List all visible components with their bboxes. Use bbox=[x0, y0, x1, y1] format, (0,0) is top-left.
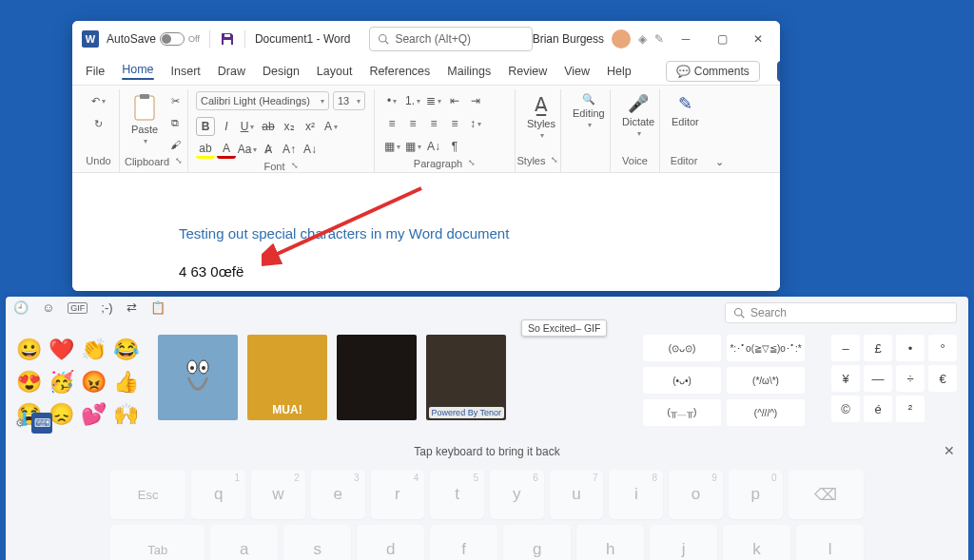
symbol-item[interactable]: ÷ bbox=[896, 365, 925, 392]
maximize-button[interactable]: ▢ bbox=[708, 25, 736, 53]
symbol-item[interactable]: – bbox=[831, 335, 860, 361]
document-heading[interactable]: Testing out special characters in my Wor… bbox=[179, 225, 509, 241]
autosave-toggle[interactable]: AutoSave Off bbox=[107, 32, 200, 46]
kaomoji-item[interactable]: (•ᴗ•) bbox=[643, 367, 721, 394]
dialog-launcher-icon[interactable]: ⤡ bbox=[551, 155, 558, 166]
panel-search-input[interactable]: Search bbox=[725, 302, 957, 323]
gif-item-minion[interactable]: MUA! bbox=[247, 335, 327, 420]
keyboard-hint[interactable]: Tap keyboard to bring it back bbox=[6, 439, 968, 464]
document-body[interactable]: 4 63 0œfë bbox=[179, 263, 244, 280]
dialog-launcher-icon[interactable]: ⤡ bbox=[468, 158, 476, 169]
borders-button[interactable]: ▦▾ bbox=[403, 137, 422, 156]
symbol-item[interactable]: • bbox=[896, 335, 925, 361]
key-u[interactable]: 7u bbox=[550, 470, 604, 519]
key-f[interactable]: f bbox=[430, 525, 497, 560]
paste-button[interactable]: Paste ▾ bbox=[127, 91, 162, 147]
pen-icon[interactable]: ✎ bbox=[654, 32, 664, 46]
tab-review[interactable]: Review bbox=[508, 65, 547, 78]
kaomoji-item[interactable]: *:･ﾟo(≧▽≦)o･ﾟ:* bbox=[727, 335, 805, 361]
emoji-tab[interactable]: ☺ bbox=[42, 300, 54, 315]
text-effects-button[interactable]: A▾ bbox=[321, 117, 341, 136]
user-avatar-icon[interactable] bbox=[612, 29, 631, 48]
key-esc[interactable]: Esc bbox=[110, 470, 185, 519]
symbol-item[interactable]: € bbox=[928, 365, 957, 392]
emoji-item[interactable]: 😍 bbox=[13, 367, 44, 397]
key-o[interactable]: 9o bbox=[669, 470, 723, 519]
key-w[interactable]: 2w bbox=[251, 470, 305, 519]
emoji-item[interactable]: 👍 bbox=[110, 367, 141, 397]
editing-button[interactable]: 🔍Editing▾ bbox=[569, 91, 609, 131]
tab-design[interactable]: Design bbox=[263, 65, 300, 78]
highlight-button[interactable]: ab bbox=[196, 140, 215, 159]
tab-mailings[interactable]: Mailings bbox=[447, 65, 491, 78]
italic-button[interactable]: I bbox=[217, 117, 236, 136]
collapse-ribbon-button[interactable]: ⌄ bbox=[711, 152, 728, 172]
dialog-launcher-icon[interactable]: ⤡ bbox=[175, 156, 183, 167]
key-e[interactable]: 3e bbox=[311, 470, 365, 519]
keyboard-close-button[interactable]: ✕ bbox=[944, 443, 955, 458]
font-size-select[interactable]: 13▾ bbox=[333, 91, 365, 110]
gif-item-clippy[interactable] bbox=[158, 335, 238, 420]
clipboard-tab[interactable]: 📋 bbox=[150, 300, 166, 315]
bullets-button[interactable]: •▾ bbox=[382, 91, 401, 110]
key-t[interactable]: 5t bbox=[430, 470, 484, 519]
key-h[interactable]: h bbox=[576, 525, 644, 560]
tab-home[interactable]: Home bbox=[122, 63, 153, 80]
gif-item-applause[interactable] bbox=[337, 335, 417, 420]
redo-button[interactable]: ↻ bbox=[89, 114, 108, 133]
multilevel-list-button[interactable]: ≣▾ bbox=[424, 91, 443, 110]
document-canvas[interactable]: Testing out special characters in my Wor… bbox=[72, 173, 780, 291]
share-button[interactable]: �lock Share bbox=[777, 61, 780, 82]
strikethrough-button[interactable]: ab bbox=[259, 117, 278, 136]
recent-tab[interactable]: 🕘 bbox=[13, 300, 29, 315]
emoji-item[interactable]: 🥳 bbox=[46, 367, 76, 397]
gif-tab[interactable]: GIF bbox=[68, 302, 88, 314]
subscript-button[interactable]: x₂ bbox=[280, 117, 299, 136]
font-color-button[interactable]: A bbox=[217, 140, 236, 159]
minimize-button[interactable]: ─ bbox=[672, 25, 700, 53]
key-tab[interactable]: Tab bbox=[110, 525, 205, 560]
align-right-button[interactable]: ≡ bbox=[424, 114, 443, 133]
cut-button[interactable]: ✂ bbox=[166, 91, 185, 110]
emoji-item[interactable]: 🙌 bbox=[110, 399, 141, 430]
tab-references[interactable]: References bbox=[369, 65, 430, 78]
align-center-button[interactable]: ≡ bbox=[403, 114, 422, 133]
symbol-item[interactable]: — bbox=[864, 365, 892, 392]
tab-file[interactable]: File bbox=[86, 65, 105, 78]
kaomoji-item[interactable]: (⊙ᴗ⊙) bbox=[643, 335, 721, 361]
bold-button[interactable]: B bbox=[196, 117, 215, 136]
sort-button[interactable]: A↓ bbox=[424, 137, 443, 156]
emoji-item[interactable]: 👏 bbox=[78, 335, 108, 365]
grow-font-button[interactable]: A↑ bbox=[280, 140, 299, 159]
tab-draw[interactable]: Draw bbox=[218, 65, 245, 78]
symbol-item[interactable]: © bbox=[831, 396, 860, 422]
key-y[interactable]: 6y bbox=[490, 470, 544, 519]
change-case-button[interactable]: Aa▾ bbox=[238, 140, 257, 159]
symbol-item[interactable]: ° bbox=[928, 335, 957, 361]
symbol-item[interactable]: é bbox=[864, 396, 892, 422]
key-a[interactable]: a bbox=[210, 525, 278, 560]
kaomoji-item[interactable]: (^///^) bbox=[727, 399, 805, 426]
kaomoji-tab[interactable]: ;-) bbox=[101, 300, 112, 315]
increase-indent-button[interactable]: ⇥ bbox=[466, 91, 485, 110]
key-k[interactable]: k bbox=[723, 525, 790, 560]
emoji-item[interactable]: 😀 bbox=[13, 335, 44, 365]
gif-item-excited[interactable]: Powered By Tenor bbox=[426, 335, 506, 420]
diamond-icon[interactable]: ◈ bbox=[638, 32, 647, 46]
underline-button[interactable]: U▾ bbox=[238, 117, 257, 136]
clear-formatting-button[interactable]: A̷ bbox=[259, 140, 278, 159]
align-left-button[interactable]: ≡ bbox=[382, 114, 401, 133]
styles-button[interactable]: A̲Styles▾ bbox=[523, 91, 559, 142]
line-spacing-button[interactable]: ↕▾ bbox=[466, 114, 485, 133]
shrink-font-button[interactable]: A↓ bbox=[301, 140, 320, 159]
key-r[interactable]: 4r bbox=[371, 470, 425, 519]
tab-insert[interactable]: Insert bbox=[171, 65, 201, 78]
key-s[interactable]: s bbox=[283, 525, 351, 560]
key-l[interactable]: l bbox=[796, 525, 864, 560]
tab-view[interactable]: View bbox=[564, 65, 590, 78]
symbol-item[interactable]: ¥ bbox=[831, 365, 860, 392]
superscript-button[interactable]: x² bbox=[301, 117, 320, 136]
show-marks-button[interactable]: ¶ bbox=[445, 137, 464, 156]
decrease-indent-button[interactable]: ⇤ bbox=[445, 91, 464, 110]
key-d[interactable]: d bbox=[357, 525, 424, 560]
